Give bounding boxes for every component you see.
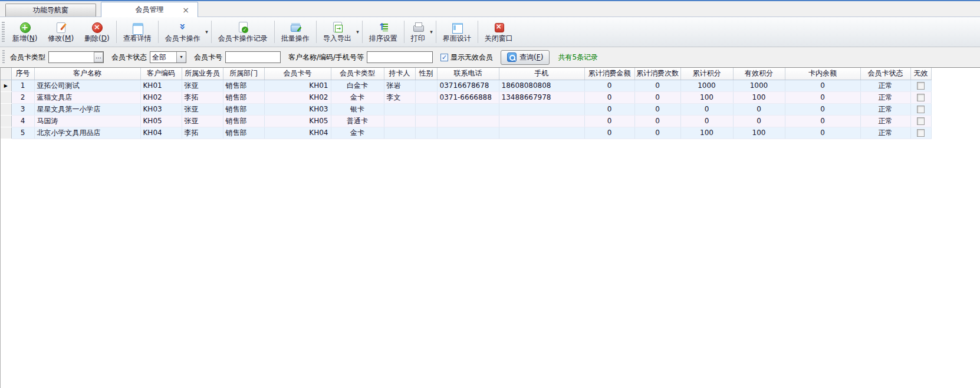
table-cell[interactable] [415,127,437,139]
table-cell[interactable]: 1000 [680,80,733,91]
table-cell[interactable]: 0 [680,103,733,115]
column-header[interactable]: 会员卡号 [264,68,331,80]
toolbar-button-add[interactable]: 新增(N) [7,18,42,45]
column-header[interactable]: 手机 [499,68,584,80]
toolbar-button-batch-ops[interactable]: 批量操作 [276,18,315,45]
table-cell[interactable]: 普通卡 [331,115,384,127]
table-cell[interactable]: 亚拓公司测试 [34,80,140,91]
table-cell[interactable]: 03716678678 [437,80,499,91]
column-header[interactable]: 卡内余额 [785,68,860,80]
invalid-checkbox[interactable] [917,129,925,137]
table-cell[interactable]: 18608080808 [499,80,584,91]
table-row[interactable]: ▶1亚拓公司测试KH01张亚销售部KH01白金卡张岩03716678678186… [1,80,931,91]
tab-member-management[interactable]: 会员管理 × [101,2,198,17]
row-indicator[interactable] [1,115,11,127]
toolbar-grip-handle[interactable] [2,22,5,42]
invalid-checkbox[interactable] [917,117,925,125]
table-cell[interactable]: 0 [584,80,634,91]
table-cell[interactable]: 李拓 [182,127,223,139]
table-cell[interactable] [415,80,437,91]
chevron-down-icon[interactable]: ▾ [176,52,186,63]
tab-function-nav[interactable]: 功能导航窗 [5,4,96,17]
table-cell[interactable]: 李文 [384,91,415,103]
table-cell[interactable]: 100 [680,127,733,139]
table-cell[interactable]: 张亚 [182,80,223,91]
toolbar-button-print[interactable]: 打印▾ [406,18,435,45]
table-cell[interactable]: KH05 [140,115,182,127]
table-cell[interactable]: 0 [634,115,680,127]
toolbar-button-card-ops[interactable]: 会员卡操作▾ [160,18,210,45]
table-cell[interactable] [437,115,499,127]
table-cell[interactable]: 销售部 [223,103,264,115]
toolbar-button-view-detail[interactable]: 查看详情 [118,18,157,45]
table-cell[interactable]: 0 [584,115,634,127]
card-status-select[interactable]: 全部 ▾ [150,51,186,63]
invalid-checkbox[interactable] [917,82,925,90]
table-cell[interactable]: KH01 [264,80,331,91]
column-header[interactable]: 联系电话 [437,68,499,80]
column-header[interactable]: 会员卡类型 [331,68,384,80]
table-cell[interactable]: 蓝猫文具店 [34,91,140,103]
table-cell[interactable]: 正常 [860,91,910,103]
toolbar-button-edit[interactable]: 修改(M) [42,18,79,45]
table-cell[interactable] [384,103,415,115]
table-cell[interactable]: 4 [11,115,34,127]
table-cell[interactable]: KH02 [140,91,182,103]
table-cell[interactable]: KH01 [140,80,182,91]
table-row[interactable]: 4马国涛KH05张亚销售部KH05普通卡00000正常 [1,115,931,127]
table-cell[interactable]: KH03 [140,103,182,115]
table-cell[interactable]: 0 [680,115,733,127]
table-cell[interactable]: 5 [11,127,34,139]
invalid-checkbox[interactable] [917,106,925,113]
table-cell[interactable]: 0 [785,127,860,139]
table-cell[interactable]: 白金卡 [331,80,384,91]
column-header[interactable]: 所属业务员 [182,68,223,80]
table-cell[interactable]: 销售部 [223,127,264,139]
table-cell[interactable] [437,127,499,139]
table-cell[interactable]: 销售部 [223,115,264,127]
customer-search-input[interactable] [367,52,432,63]
column-header[interactable]: 所属部门 [223,68,264,80]
table-cell[interactable]: 0 [785,91,860,103]
column-header[interactable]: 累计消费次数 [634,68,680,80]
dropdown-caret-icon[interactable]: ▾ [356,29,359,35]
table-row[interactable]: 5北京小学文具用品店KH04李拓销售部KH04金卡001001000正常 [1,127,931,139]
table-cell[interactable]: 0 [634,91,680,103]
table-cell[interactable] [437,103,499,115]
table-cell[interactable] [415,103,437,115]
toolbar-button-sort-settings[interactable]: 排序设置 [364,18,403,45]
table-cell[interactable]: 张岩 [384,80,415,91]
table-cell[interactable]: KH04 [140,127,182,139]
dropdown-caret-icon[interactable]: ▾ [205,29,208,35]
table-cell[interactable]: 0 [584,127,634,139]
table-cell[interactable]: 100 [733,127,785,139]
toolbar-button-close-window[interactable]: 关闭窗口 [479,18,518,45]
table-cell[interactable]: 0 [584,103,634,115]
table-cell[interactable]: 0 [785,115,860,127]
table-cell[interactable] [499,127,584,139]
column-header[interactable]: 累计消费金额 [584,68,634,80]
column-header[interactable]: 有效积分 [733,68,785,80]
column-header[interactable]: 会员卡状态 [860,68,910,80]
table-row[interactable]: 2蓝猫文具店KH02李拓销售部KH02金卡李文0371-666688813488… [1,91,931,103]
row-indicator[interactable] [1,91,11,103]
table-cell[interactable]: 0 [733,115,785,127]
table-cell[interactable]: 3 [11,103,34,115]
table-cell[interactable]: 金卡 [331,127,384,139]
dropdown-caret-icon[interactable]: ▾ [430,29,433,35]
table-cell[interactable]: 正常 [860,80,910,91]
table-cell[interactable]: KH04 [264,127,331,139]
column-header[interactable]: 累计积分 [680,68,733,80]
table-cell[interactable]: 13488667978 [499,91,584,103]
table-cell[interactable]: 张亚 [182,103,223,115]
toolbar-button-ui-design[interactable]: 界面设计 [438,18,476,45]
table-cell[interactable]: 0 [733,103,785,115]
column-header[interactable]: 持卡人 [384,68,415,80]
column-header[interactable]: 性别 [415,68,437,80]
toolbar-button-card-ops-record[interactable]: 会员卡操作记录 [213,18,273,45]
table-cell[interactable]: 100 [680,91,733,103]
table-cell[interactable]: 销售部 [223,80,264,91]
ellipsis-button[interactable]: … [94,52,103,63]
table-cell[interactable]: 0 [785,103,860,115]
table-cell[interactable]: 1 [11,80,34,91]
